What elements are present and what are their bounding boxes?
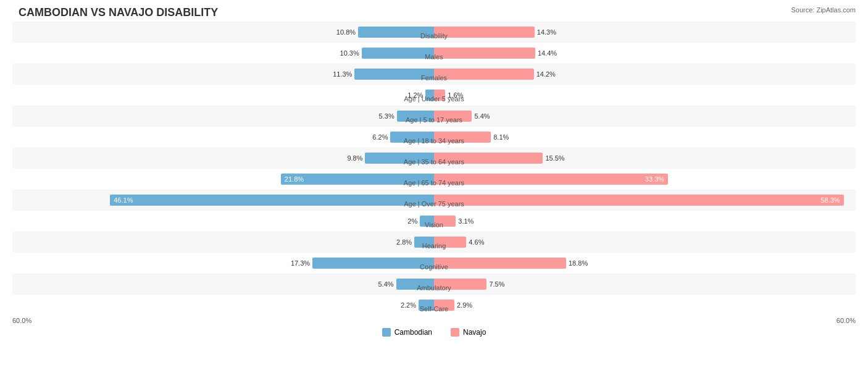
table-row: 5.3% Age | 5 to 17 years 5.4% [12, 106, 856, 127]
table-row: 6.2% Age | 18 to 34 years 8.1% [12, 127, 856, 148]
left-inner-label: 46.1% [114, 196, 133, 204]
left-bar-container: 2.2% [12, 295, 434, 316]
left-inner-label: 21.8% [285, 175, 304, 183]
legend-cambodian: Cambodian [382, 328, 432, 337]
right-bar [434, 48, 535, 59]
right-bar-container: 8.1% [434, 127, 856, 148]
row-center-label: Females [421, 74, 447, 82]
left-bar-container: 17.3% [12, 253, 434, 274]
table-row: 2.2% Self-Care 2.9% [12, 295, 856, 316]
axis-left: 60.0% [12, 317, 31, 324]
right-value-label: 14.2% [536, 70, 556, 78]
left-bar-container: 2% [12, 211, 434, 232]
legend-navajo: Navajo [451, 328, 486, 337]
right-bar-container: 5.4% [434, 106, 856, 127]
left-bar-container: 5.3% [12, 106, 434, 127]
table-row: 17.3% Cognitive 18.8% [12, 253, 856, 274]
left-bar-container: 46.1% [12, 190, 434, 211]
right-value-label: 3.1% [458, 217, 474, 225]
right-bar-container: 14.2% [434, 64, 856, 85]
right-bar-container: 15.5% [434, 148, 856, 169]
right-bar [434, 69, 534, 80]
row-center-label: Cognitive [420, 263, 448, 271]
right-inner-label: 58.3% [820, 196, 840, 204]
chart-area: 10.8% Disability 14.3% 10.3% [12, 22, 856, 316]
table-row: 11.3% Females 14.2% [12, 64, 856, 85]
left-bar-container: 9.8% [12, 148, 434, 169]
table-row: 2% Vision 3.1% [12, 211, 856, 232]
right-bar-container: 18.8% [434, 253, 856, 274]
right-bar: 58.3% [434, 195, 844, 206]
right-value-label: 18.8% [569, 259, 588, 267]
navajo-label: Navajo [463, 328, 486, 337]
row-center-label: Disability [420, 32, 448, 40]
left-value-label: 6.2% [372, 133, 388, 141]
left-value-label: 10.3% [340, 49, 359, 57]
row-center-label: Age | 5 to 17 years [406, 116, 462, 124]
cambodian-color-box [382, 328, 391, 337]
table-row: 1.2% Age | Under 5 years 1.6% [12, 85, 856, 106]
table-row: 5.4% Ambulatory 7.5% [12, 274, 856, 295]
right-bar-container: 58.3% [434, 190, 856, 211]
left-value-label: 2.2% [401, 301, 416, 309]
table-row: 9.8% Age | 35 to 64 years 15.5% [12, 148, 856, 169]
chart-container: CAMBODIAN VS NAVAJO DISABILITY Source: Z… [0, 0, 868, 378]
legend: Cambodian Navajo [12, 328, 856, 337]
right-bar-container: 3.1% [434, 211, 856, 232]
right-bar-container: 33.3% [434, 169, 856, 190]
left-value-label: 9.8% [347, 154, 362, 162]
right-inner-label: 33.3% [645, 175, 664, 183]
left-value-label: 2% [407, 217, 417, 225]
right-value-label: 2.9% [457, 301, 472, 309]
left-bar-container: 11.3% [12, 64, 434, 85]
left-bar-container: 6.2% [12, 127, 434, 148]
left-bar-container: 5.4% [12, 274, 434, 295]
left-bar: 46.1% [110, 195, 434, 206]
table-row: 10.3% Males 14.4% [12, 43, 856, 64]
left-value-label: 17.3% [291, 259, 310, 267]
right-bar: 33.3% [434, 174, 668, 185]
cambodian-label: Cambodian [394, 328, 432, 337]
right-value-label: 14.3% [537, 28, 556, 36]
left-bar-container: 1.2% [12, 85, 434, 106]
table-row: 46.1% Age | Over 75 years 58.3% [12, 190, 856, 211]
table-row: 2.8% Hearing 4.6% [12, 232, 856, 253]
chart-title: CAMBODIAN VS NAVAJO DISABILITY [12, 6, 856, 19]
right-value-label: 15.5% [545, 154, 564, 162]
axis-right: 60.0% [837, 317, 856, 324]
navajo-color-box [451, 328, 459, 337]
right-bar [434, 27, 535, 38]
table-row: 21.8% Age | 65 to 74 years 33.3% [12, 169, 856, 190]
row-center-label: Hearing [422, 242, 446, 250]
left-value-label: 10.8% [336, 28, 356, 36]
row-center-label: Age | Over 75 years [404, 200, 464, 208]
right-bar-container: 4.6% [434, 232, 856, 253]
left-bar [312, 258, 434, 269]
row-center-label: Age | 65 to 74 years [404, 179, 464, 187]
row-center-label: Age | Under 5 years [404, 95, 464, 103]
right-value-label: 7.5% [489, 280, 504, 288]
row-center-label: Ambulatory [417, 284, 451, 292]
left-value-label: 5.3% [379, 112, 394, 120]
left-bar [362, 48, 434, 59]
left-bar-container: 2.8% [12, 232, 434, 253]
table-row: 10.8% Disability 14.3% [12, 22, 856, 43]
left-bar-container: 10.8% [12, 22, 434, 43]
right-bar-container: 1.6% [434, 85, 856, 106]
row-center-label: Males [425, 53, 443, 61]
right-value-label: 4.6% [469, 238, 484, 246]
left-bar-container: 21.8% [12, 169, 434, 190]
right-value-label: 14.4% [538, 49, 557, 57]
row-center-label: Vision [425, 221, 443, 229]
row-center-label: Self-Care [420, 305, 448, 313]
row-center-label: Age | 18 to 34 years [404, 137, 464, 145]
right-value-label: 5.4% [474, 112, 490, 120]
source-label: Source: ZipAtlas.com [791, 6, 856, 14]
left-bar-container: 10.3% [12, 43, 434, 64]
right-bar-container: 7.5% [434, 274, 856, 295]
right-bar-container: 2.9% [434, 295, 856, 316]
left-value-label: 2.8% [396, 238, 412, 246]
right-value-label: 8.1% [493, 133, 509, 141]
left-value-label: 5.4% [378, 280, 393, 288]
right-bar-container: 14.4% [434, 43, 856, 64]
